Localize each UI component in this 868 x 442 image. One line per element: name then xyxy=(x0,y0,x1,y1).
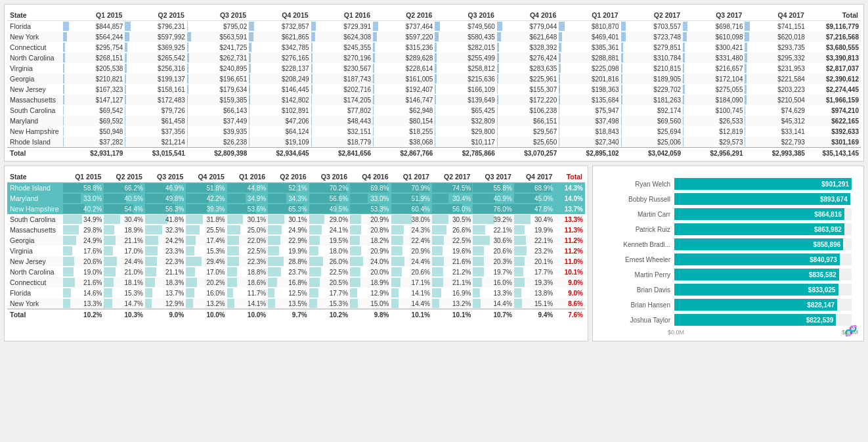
value-cell: $50,948 xyxy=(63,126,125,137)
value-cell: $196,651 xyxy=(187,74,249,84)
pct-cell: 33.0% xyxy=(63,193,104,204)
pct-cell: 21.2% xyxy=(432,267,473,277)
value-cell: $26,238 xyxy=(187,137,249,148)
chart-bar-value: $833,025 xyxy=(808,286,836,294)
chart-bar-label: Ryan Welch xyxy=(605,181,670,188)
value-cell: $564,244 xyxy=(63,32,125,42)
pct-cell: 42.2% xyxy=(186,193,227,204)
state-cell: Georgia xyxy=(7,235,63,246)
value-cell: $92,174 xyxy=(621,105,683,116)
pct-cell: 21.6% xyxy=(63,277,104,288)
state-cell: Rhode Island xyxy=(7,183,63,194)
pct-cell: 10.3% xyxy=(104,309,144,320)
pct-col-state: State xyxy=(7,171,63,183)
state-cell: Total xyxy=(7,309,63,320)
pct-cell: 69.8% xyxy=(350,183,391,194)
pct-cell: 12.9% xyxy=(350,288,391,298)
value-cell: $142,802 xyxy=(249,95,311,105)
value-cell: $810,870 xyxy=(559,21,620,32)
value-cell: $288,881 xyxy=(559,53,620,63)
value-cell: $282,015 xyxy=(435,42,496,53)
pct-cell: 13.2% xyxy=(432,298,473,309)
col-q1-2017: Q1 2017 xyxy=(559,10,620,21)
col-q2-2015: Q2 2015 xyxy=(125,10,186,21)
pct-total-cell: 9.0% xyxy=(555,288,585,298)
pct-cell: 28.8% xyxy=(268,256,309,267)
pct-cell: 20.5% xyxy=(309,277,350,288)
pct-cell: 22.1% xyxy=(514,235,555,246)
pct-cell: 44.8% xyxy=(227,183,268,194)
value-cell: $210,815 xyxy=(621,63,683,74)
pct-cell: 18.9% xyxy=(104,225,144,235)
value-cell: $147,127 xyxy=(63,95,125,105)
col-q4-2017: Q4 2017 xyxy=(745,10,806,21)
value-cell: $100,745 xyxy=(683,105,745,116)
pct-cell: 21.1% xyxy=(432,277,473,288)
chart-bar: $833,025 xyxy=(674,284,838,296)
table-row: Florida$844,857$796,231$795,02$732,857$7… xyxy=(7,21,861,32)
value-cell: $844,857 xyxy=(63,21,125,32)
chart-bar-value: $822,539 xyxy=(806,317,834,324)
pct-col-q1-2015: Q1 2015 xyxy=(63,171,104,183)
pct-cell: 14.1% xyxy=(391,288,432,298)
value-cell: $228,137 xyxy=(249,63,311,74)
value-cell: $172,104 xyxy=(683,74,745,84)
pct-cell: 51.9% xyxy=(391,193,432,204)
value-cell: $328,392 xyxy=(497,42,559,53)
pct-cell: 14.6% xyxy=(63,288,104,298)
pct-total-cell: 11.0% xyxy=(555,256,585,267)
value-cell: $208,249 xyxy=(249,74,311,84)
x-label-0: $0.0M xyxy=(668,329,684,336)
value-cell: $2,809,398 xyxy=(187,148,249,159)
pct-cell: 53.3% xyxy=(350,204,391,214)
value-cell: $255,499 xyxy=(435,53,496,63)
pct-cell: 22.1% xyxy=(473,225,513,235)
table-row: Georgia$210,821$199,137$196,651$208,249$… xyxy=(7,74,861,84)
pct-cell: 19.9% xyxy=(268,246,309,256)
table-row: Connecticut$295,754$369,925$241,725$342,… xyxy=(7,42,861,53)
pct-cell: 26.6% xyxy=(432,225,473,235)
total-cell: $622,165 xyxy=(807,116,861,126)
chart-bar: $893,674 xyxy=(674,193,850,205)
chart-bar: $901,291 xyxy=(674,178,852,190)
state-cell: Virginia xyxy=(7,63,63,74)
value-cell: $385,361 xyxy=(559,42,620,53)
pct-total-cell: 11.2% xyxy=(555,246,585,256)
pct-cell: 14.4% xyxy=(391,298,432,309)
value-cell: $161,005 xyxy=(373,74,435,84)
chart-bar: $863,982 xyxy=(674,223,844,235)
pct-cell: 74.5% xyxy=(432,183,473,194)
value-cell: $25,694 xyxy=(621,126,683,137)
pct-col-q4-2016: Q4 2016 xyxy=(350,171,391,183)
value-cell: $210,821 xyxy=(63,74,125,84)
pct-cell: 40.5% xyxy=(104,193,144,204)
total-cell: $9,116,779 xyxy=(807,21,861,32)
pct-cell: 51.8% xyxy=(186,183,227,194)
pct-col-q3-2017: Q3 2017 xyxy=(473,171,513,183)
pct-cell: 15.0% xyxy=(350,298,391,309)
value-cell: $159,385 xyxy=(187,95,249,105)
value-cell: $315,236 xyxy=(373,42,435,53)
value-cell: $198,363 xyxy=(559,84,620,95)
value-cell: $203,223 xyxy=(745,84,806,95)
pct-cell: 10.1% xyxy=(391,309,432,320)
chart-x-axis: $0.0M $0.5M xyxy=(598,329,858,336)
pct-cell: 17.7% xyxy=(309,288,350,298)
table-row: New Hampshire$50,948$37,356$39,935$64,12… xyxy=(7,126,861,137)
pct-cell: 10.1% xyxy=(432,309,473,320)
value-cell: $2,785,866 xyxy=(435,148,496,159)
pct-cell: 12.5% xyxy=(268,288,309,298)
pct-col-q4-2017: Q4 2017 xyxy=(514,171,555,183)
value-cell: $167,323 xyxy=(63,84,125,95)
state-cell: New Jersey xyxy=(7,84,63,95)
pct-cell: 18.1% xyxy=(104,277,144,288)
pct-cell: 9.7% xyxy=(268,309,309,320)
pct-cell: 58.8% xyxy=(63,183,104,194)
total-cell: $7,216,568 xyxy=(807,32,861,42)
value-cell: $189,905 xyxy=(621,74,683,84)
state-cell: Maryland xyxy=(7,116,63,126)
total-cell: $2,817,037 xyxy=(807,63,861,74)
pct-cell: 14.7% xyxy=(104,298,144,309)
pct-col-q1-2016: Q1 2016 xyxy=(227,171,268,183)
pct-cell: 32.3% xyxy=(145,225,186,235)
